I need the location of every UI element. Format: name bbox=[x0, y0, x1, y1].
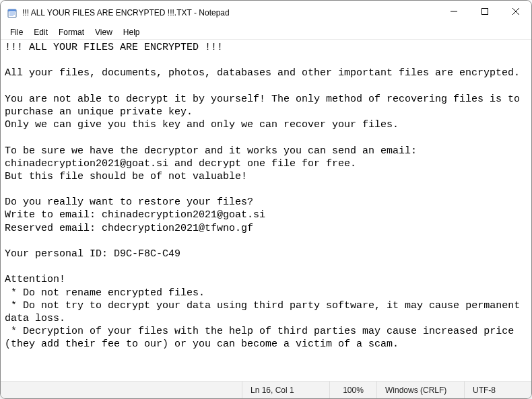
menubar: File Edit Format View Help bbox=[1, 25, 531, 40]
close-button[interactable] bbox=[500, 1, 531, 22]
status-encoding: UTF-8 bbox=[464, 382, 531, 398]
notepad-icon bbox=[7, 7, 18, 18]
status-zoom: 100% bbox=[329, 382, 376, 398]
menu-file[interactable]: File bbox=[5, 26, 28, 38]
text-content[interactable]: !!! ALL YOUR FILES ARE ENCRYPTED !!! All… bbox=[1, 40, 531, 381]
svg-rect-1 bbox=[8, 9, 16, 11]
maximize-button[interactable] bbox=[469, 1, 500, 22]
minimize-button[interactable] bbox=[438, 1, 469, 22]
menu-view[interactable]: View bbox=[90, 26, 118, 38]
titlebar: !!! ALL YOUR FILES ARE ENCRYPTED !!!.TXT… bbox=[1, 1, 531, 25]
window-title: !!! ALL YOUR FILES ARE ENCRYPTED !!!.TXT… bbox=[22, 8, 438, 17]
menu-help[interactable]: Help bbox=[118, 26, 145, 38]
svg-rect-6 bbox=[482, 9, 488, 15]
window-controls bbox=[438, 1, 531, 25]
menu-format[interactable]: Format bbox=[53, 26, 90, 38]
menu-edit[interactable]: Edit bbox=[28, 26, 53, 38]
statusbar: Ln 16, Col 1 100% Windows (CRLF) UTF-8 bbox=[1, 381, 531, 398]
status-position: Ln 16, Col 1 bbox=[242, 382, 329, 398]
status-eol: Windows (CRLF) bbox=[376, 382, 464, 398]
